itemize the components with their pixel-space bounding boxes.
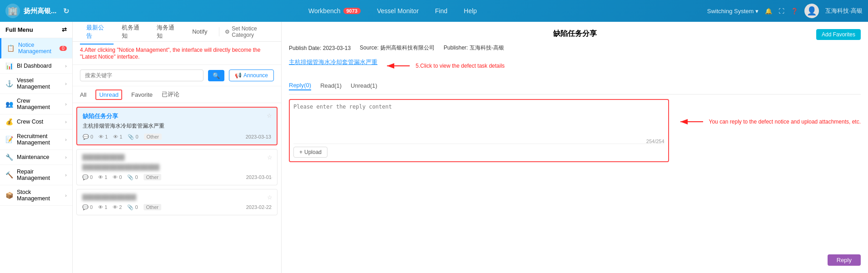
publish-date-label: Publish Date: 2023-03-13 (289, 45, 351, 51)
more-icon[interactable]: ··· (268, 174, 273, 180)
sidebar-item-recruitment[interactable]: 📝 Recruitment Management › (0, 129, 72, 150)
star-icon-2[interactable]: ☆ (267, 154, 273, 161)
sidebar-item-stock-management[interactable]: 📦 Stock Management › (0, 185, 72, 206)
repair-icon: 🔨 (5, 171, 13, 179)
notice-content: 主杭排烟管海水冷却套管漏水严重 (83, 122, 271, 130)
notice-footer-2: 💬 0 👁 1 👁 0 📎 0 (82, 174, 272, 180)
annotation-reply-wrapper: You can reply to the defect notice and u… (678, 117, 861, 126)
search-button[interactable]: 🔍 (208, 70, 224, 81)
announce-button[interactable]: 📢 Announce (229, 69, 274, 81)
avatar[interactable]: 👤 (804, 4, 819, 18)
logo-area[interactable]: 🏢 扬州高银... ↻ (5, 4, 78, 18)
sidebar-item-crew-management[interactable]: 👥 Crew Management › (0, 94, 72, 114)
find-nav-item[interactable]: Find (432, 5, 451, 16)
list-item[interactable]: ██████████████ 💬 0 👁 1 👁 2 (76, 189, 278, 215)
sidebar-item-vessel-management[interactable]: ⚓ Vessel Management › (0, 74, 72, 94)
comment-stat-3: 💬 0 (82, 204, 93, 210)
tabs-bar: 最新公告 机务通知 海务通知 Notify ⚙ Set Notice Categ… (73, 22, 281, 42)
switching-system-button[interactable]: Switching System ▾ (707, 8, 759, 15)
sidebar-crew-label: Crew Management (17, 98, 61, 110)
view-icon-2: 👁 (113, 174, 118, 180)
notice-title-blurred-3: ██████████████ (82, 194, 272, 200)
sub-tab-commented[interactable]: 已评论 (162, 89, 179, 100)
view-icon-3: 👁 (113, 204, 118, 210)
list-item[interactable]: 缺陷任务分享 主杭排烟管海水冷却套管漏水严重 💬 0 👁 1 👁 (76, 107, 278, 145)
reply-area: 254/254 + Upload You can reply to (289, 99, 861, 266)
publisher-label: Publisher: 互海科技-高银 (444, 44, 504, 52)
star-icon-3[interactable]: ☆ (267, 194, 273, 201)
reply-tab-reply[interactable]: Reply(0) (289, 81, 311, 90)
chevron-right-icon-2: › (65, 81, 67, 86)
sidebar: Full Menu ⇄ 📋 Notice Management 0 📊 BI D… (0, 22, 73, 273)
sidebar-bi-label: BI Dashboard (17, 63, 61, 69)
sidebar-item-bi-dashboard[interactable]: 📊 BI Dashboard › (0, 59, 72, 74)
tab-latest-notice[interactable]: 最新公告 (80, 22, 114, 45)
notice-date-3: 2023-02-22 (246, 204, 272, 210)
reply-tab-unread[interactable]: Unread(1) (351, 81, 377, 90)
help-circle-icon[interactable]: ❓ (791, 8, 798, 15)
vessel-monitor-nav-item[interactable]: Vessel Monitor (373, 5, 422, 16)
view-icon: 👁 (113, 134, 118, 139)
notification-bell-icon[interactable]: 🔔 (765, 8, 772, 15)
sidebar-recruitment-mgmt-label: Management (17, 139, 61, 146)
sidebar-item-repair-management[interactable]: 🔨 Repair Management › (0, 165, 72, 185)
fullscreen-icon[interactable]: ⛶ (779, 8, 784, 15)
notice-list: 缺陷任务分享 主杭排烟管海水冷却套管漏水严重 💬 0 👁 1 👁 (73, 103, 281, 273)
other-stat-2: 📎 0 (127, 174, 138, 180)
sub-tabs: All Unread Favorite 已评论 (73, 86, 281, 103)
chevron-right-icon-8: › (65, 193, 67, 198)
workbench-nav-item[interactable]: Workbench 9073 (305, 5, 364, 16)
reply-tab-read[interactable]: Read(1) (320, 81, 342, 90)
company-name: 互海科技·高银 (825, 7, 863, 15)
annotation-5-area: 5.Click to view the defect task details (385, 61, 505, 70)
tab-divider (219, 27, 219, 36)
chevron-right-icon: › (65, 63, 67, 69)
tab-mechanical-notice[interactable]: 机务通知 (115, 22, 149, 45)
notice-footer-3: 💬 0 👁 1 👁 2 📎 0 (82, 204, 272, 210)
sub-tab-unread[interactable]: Unread (95, 89, 122, 100)
add-favorites-button[interactable]: Add Favorites (816, 29, 861, 40)
comment-stat: 💬 0 (83, 134, 93, 140)
announce-icon: 📢 (235, 72, 242, 79)
reply-submit-button[interactable]: Reply (828, 254, 861, 266)
star-icon[interactable]: ☆ (267, 112, 272, 119)
recruitment-icon: 📝 (5, 136, 13, 143)
other-icon-3: 📎 (127, 204, 134, 210)
sidebar-item-maintenance[interactable]: 🔧 Maintenance › (0, 150, 72, 165)
annotation-reply-area: You can reply to the defect notice and u… (678, 99, 861, 126)
sidebar-item-notice[interactable]: 📋 Notice Management 0 (0, 38, 72, 59)
search-input[interactable] (80, 69, 203, 81)
menu-toggle-icon[interactable]: ⇄ (62, 26, 67, 33)
right-panel-meta: Publish Date: 2023-03-13 Source: 扬州高银科技有… (289, 44, 861, 52)
upload-button[interactable]: + Upload (293, 147, 327, 158)
other-icon-2: 📎 (127, 174, 134, 180)
sidebar-stock-label: Stock Management (17, 189, 61, 202)
refresh-icon[interactable]: ↻ (63, 7, 69, 15)
sidebar-item-crew-cost[interactable]: 💰 Crew Cost › (0, 114, 72, 129)
sidebar-management-label: Management (18, 48, 56, 55)
help-nav-item[interactable]: Help (460, 5, 481, 16)
right-panel-title: 缺陷任务分享 (289, 29, 861, 39)
sidebar-maintenance-label: Maintenance (17, 154, 61, 160)
sub-tab-favorite[interactable]: Favorite (131, 90, 153, 99)
view-stat: 👁 1 (113, 134, 122, 139)
content-link[interactable]: 主杭排烟管海水冷却套管漏水严重 (289, 58, 377, 66)
tab-notify[interactable]: Notify (186, 25, 213, 40)
list-item[interactable]: ███████████ ████████████████████ 💬 0 👁 1… (76, 149, 278, 185)
read-stat-3: 👁 1 (98, 204, 107, 210)
sidebar-notice-label: Notice (18, 42, 56, 48)
set-notice-category-button[interactable]: ⚙ Set Notice Category (225, 25, 274, 38)
reply-actions: + Upload (293, 144, 665, 158)
crew-icon: 👥 (5, 100, 13, 108)
notice-date: 2023-03-13 (246, 134, 271, 139)
view-stat-3: 👁 2 (113, 204, 122, 210)
comment-icon: 💬 (83, 134, 89, 140)
eye-icon-2: 👁 (98, 174, 103, 180)
reply-box-container: 254/254 + Upload (289, 99, 669, 162)
reply-textarea[interactable] (293, 104, 665, 140)
tab-maritime-notice[interactable]: 海务通知 (150, 22, 184, 45)
vessel-icon: ⚓ (5, 80, 13, 87)
stock-icon: 📦 (5, 192, 13, 199)
top-navigation: 🏢 扬州高银... ↻ Workbench 9073 Vessel Monito… (0, 0, 868, 22)
sub-tab-all[interactable]: All (80, 90, 86, 99)
